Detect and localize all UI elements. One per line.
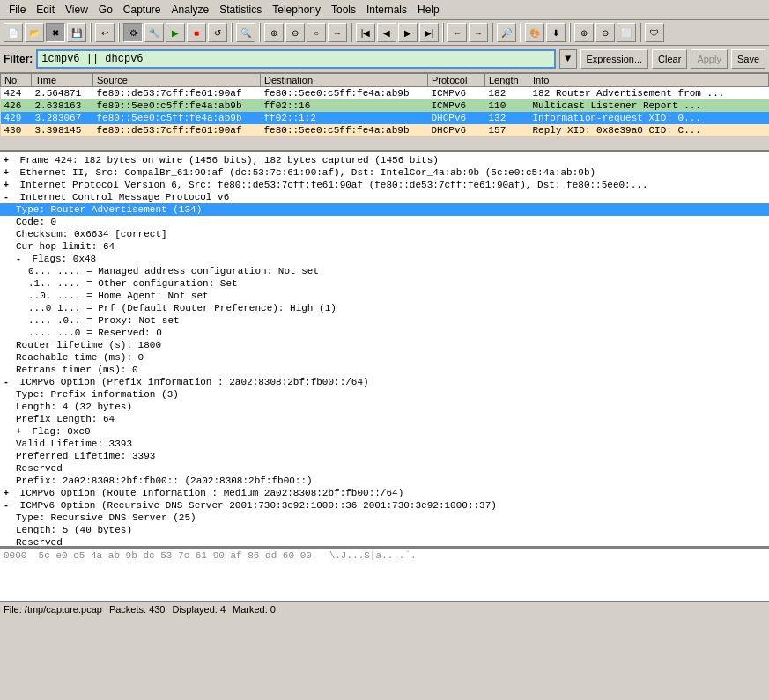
- detail-line[interactable]: + Flag: 0xc0: [0, 425, 769, 438]
- col-source[interactable]: Source: [93, 74, 261, 87]
- detail-line[interactable]: Cur hop limit: 64: [0, 240, 769, 253]
- detail-line[interactable]: Length: 5 (40 bytes): [0, 524, 769, 536]
- colorize-button[interactable]: 🎨: [525, 23, 544, 42]
- detail-line[interactable]: Valid Lifetime: 3393: [0, 438, 769, 450]
- back-button[interactable]: ←: [447, 23, 467, 42]
- detail-line[interactable]: - Flags: 0x48: [0, 253, 769, 265]
- detail-line[interactable]: - ICMPv6 Option (Prefix information : 2a…: [0, 376, 769, 388]
- zoom-normal-button[interactable]: ○: [307, 23, 326, 42]
- col-time[interactable]: Time: [32, 74, 93, 87]
- zoom-out-2-button[interactable]: ⊖: [595, 23, 615, 42]
- menu-go[interactable]: Go: [93, 2, 118, 18]
- restart-capture-button[interactable]: ↺: [208, 23, 227, 42]
- detail-line[interactable]: Reserved: [0, 536, 769, 549]
- table-row[interactable]: 4242.564871fe80::de53:7cff:fe61:90affe80…: [1, 87, 769, 100]
- col-destination[interactable]: Destination: [261, 74, 428, 87]
- cell-0: 429: [1, 112, 32, 124]
- jump-last-button[interactable]: ▶|: [419, 23, 439, 42]
- menu-file[interactable]: File: [4, 2, 31, 18]
- table-row[interactable]: 4303.398145fe80::de53:7cff:fe61:90affe80…: [1, 124, 769, 136]
- filter-dropdown[interactable]: ▼: [559, 49, 577, 69]
- menu-capture[interactable]: Capture: [118, 2, 166, 18]
- cell-4: ICMPv6: [428, 99, 485, 112]
- jump-prev-button[interactable]: ◀: [377, 23, 396, 42]
- zoom-in-button[interactable]: ⊕: [264, 23, 284, 42]
- auto-scroll-button[interactable]: ⬇: [546, 23, 566, 42]
- jump-next-button[interactable]: ▶: [398, 23, 418, 42]
- col-protocol[interactable]: Protocol: [428, 74, 485, 87]
- detail-line[interactable]: Prefix: 2a02:8308:2bf:fb00:: (2a02:8308:…: [0, 475, 769, 487]
- start-capture-button[interactable]: ▶: [166, 23, 185, 42]
- expand-icon: -: [4, 378, 14, 387]
- display-filter-button[interactable]: 🔍: [236, 23, 255, 42]
- find-button[interactable]: 🔎: [497, 23, 516, 42]
- detail-line[interactable]: Length: 4 (32 bytes): [0, 401, 769, 413]
- packet-detail[interactable]: + Frame 424: 182 bytes on wire (1456 bit…: [0, 152, 769, 549]
- resize-cols-button[interactable]: ↔: [328, 23, 347, 42]
- filter-input[interactable]: [36, 49, 555, 69]
- capture-iface-button[interactable]: ⚙: [123, 23, 143, 42]
- menu-analyze[interactable]: Analyze: [166, 2, 215, 18]
- cell-3: ff02::1:2: [261, 112, 428, 124]
- detail-line[interactable]: Router lifetime (s): 1800: [0, 339, 769, 351]
- detail-line[interactable]: Code: 0: [0, 216, 769, 228]
- detail-line[interactable]: - Internet Control Message Protocol v6: [0, 191, 769, 203]
- detail-line[interactable]: + Ethernet II, Src: CompalBr_61:90:af (d…: [0, 166, 769, 179]
- open-button[interactable]: 📂: [25, 23, 44, 42]
- cell-2: fe80::5ee0:c5ff:fe4a:ab9b: [93, 112, 261, 124]
- detail-line[interactable]: Prefix Length: 64: [0, 413, 769, 425]
- zoom-out-button[interactable]: ⊖: [285, 23, 305, 42]
- menu-telephony[interactable]: Telephony: [267, 2, 326, 18]
- detail-line[interactable]: Reachable time (ms): 0: [0, 351, 769, 364]
- apply-button[interactable]: Apply: [691, 49, 728, 69]
- detail-line[interactable]: ..0. .... = Home Agent: Not set: [0, 290, 769, 302]
- detail-line[interactable]: Retrans timer (ms): 0: [0, 364, 769, 376]
- table-row[interactable]: 4293.283067fe80::5ee0:c5ff:fe4a:ab9bff02…: [1, 112, 769, 124]
- table-row[interactable]: 4262.638163fe80::5ee0:c5ff:fe4a:ab9bff02…: [1, 99, 769, 112]
- detail-line[interactable]: Reserved: [0, 462, 769, 475]
- col-no[interactable]: No.: [1, 74, 32, 87]
- detail-line[interactable]: Type: Recursive DNS Server (25): [0, 512, 769, 524]
- expression-button[interactable]: Expression...: [580, 49, 649, 69]
- zoom-fit-button[interactable]: ⬜: [617, 23, 636, 42]
- detail-line[interactable]: + Frame 424: 182 bytes on wire (1456 bit…: [0, 154, 769, 166]
- save-button[interactable]: 💾: [67, 23, 86, 42]
- detail-line[interactable]: Type: Prefix information (3): [0, 388, 769, 401]
- new-button[interactable]: 📄: [4, 23, 23, 42]
- zoom-in-2-button[interactable]: ⊕: [574, 23, 594, 42]
- reload-button[interactable]: ↩: [95, 23, 115, 42]
- col-info[interactable]: Info: [529, 74, 769, 87]
- packet-list-container[interactable]: No. Time Source Destination Protocol Len…: [0, 73, 769, 152]
- detail-line[interactable]: .1.. .... = Other configuration: Set: [0, 277, 769, 290]
- close-button[interactable]: ✖: [46, 23, 65, 42]
- col-length[interactable]: Length: [485, 74, 529, 87]
- cell-6: 182 Router Advertisement from ...: [529, 87, 769, 100]
- jump-first-button[interactable]: |◀: [356, 23, 375, 42]
- cell-6: Reply XID: 0x8e39a0 CID: C...: [529, 124, 769, 136]
- detail-line[interactable]: + Internet Protocol Version 6, Src: fe80…: [0, 179, 769, 191]
- detail-line[interactable]: 0... .... = Managed address configuratio…: [0, 265, 769, 277]
- detail-line[interactable]: .... ...0 = Reserved: 0: [0, 327, 769, 339]
- expand-icon: -: [4, 501, 14, 511]
- detail-line[interactable]: .... .0.. = Proxy: Not set: [0, 314, 769, 327]
- detail-line[interactable]: Preferred Lifetime: 3393: [0, 450, 769, 462]
- hex-dump[interactable]: 0000 5c e0 c5 4a ab 9b dc 53 7c 61 90 af…: [0, 549, 769, 601]
- detail-line[interactable]: Type: Router Advertisement (134): [0, 203, 769, 216]
- forward-button[interactable]: →: [469, 23, 488, 42]
- detail-line[interactable]: - ICMPv6 Option (Recursive DNS Server 20…: [0, 499, 769, 512]
- menu-internals[interactable]: Internals: [361, 2, 412, 18]
- capture-opts-button[interactable]: 🔧: [144, 23, 164, 42]
- menu-statistics[interactable]: Statistics: [214, 2, 267, 18]
- clear-button[interactable]: Clear: [652, 49, 687, 69]
- capture-help-button[interactable]: 🛡: [645, 23, 664, 42]
- save-filter-button[interactable]: Save: [731, 49, 765, 69]
- cell-3: fe80::5ee0:c5ff:fe4a:ab9b: [261, 87, 428, 100]
- menu-help[interactable]: Help: [412, 2, 445, 18]
- detail-line[interactable]: ...0 1... = Prf (Default Router Preferen…: [0, 302, 769, 314]
- menu-tools[interactable]: Tools: [326, 2, 361, 18]
- menu-edit[interactable]: Edit: [31, 2, 60, 18]
- detail-line[interactable]: + ICMPv6 Option (Route Information : Med…: [0, 487, 769, 499]
- detail-line[interactable]: Checksum: 0x6634 [correct]: [0, 228, 769, 240]
- menu-view[interactable]: View: [60, 2, 93, 18]
- stop-capture-button[interactable]: ■: [187, 23, 206, 42]
